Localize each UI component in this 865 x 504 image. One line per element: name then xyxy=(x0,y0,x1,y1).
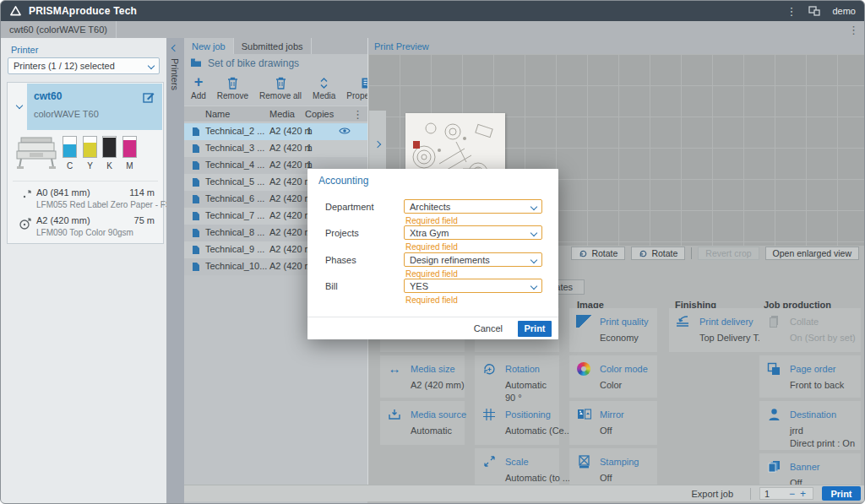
printer-section-label: Printer xyxy=(11,45,38,55)
tile-value: Color xyxy=(600,380,648,390)
column-name[interactable]: Name xyxy=(205,109,230,119)
copies-stepper[interactable]: 1 − + xyxy=(759,487,813,500)
roll-remaining: 114 m xyxy=(129,187,155,198)
session-icon[interactable] xyxy=(808,6,820,16)
tile-scale[interactable]: Scale Automatic (to ... 49.94 % xyxy=(475,448,559,485)
bill-select[interactable]: YES xyxy=(404,279,542,293)
trash-icon xyxy=(227,75,238,89)
tile-banner[interactable]: Banner Off xyxy=(759,453,861,485)
roll-media-name: LFM055 Red Label Zero Paper - FSC xyxy=(36,200,177,209)
ink-magenta xyxy=(122,136,137,158)
tile-collate[interactable]: Collate On (Sort by set) xyxy=(759,308,861,352)
ink-black xyxy=(102,136,117,158)
tile-page-order[interactable]: Page order Front to back xyxy=(759,355,861,398)
minus-button[interactable]: − xyxy=(786,488,797,500)
tile-value: A2 (420 mm) xyxy=(411,380,465,390)
printer-select[interactable]: Printers (1 / 12) selected xyxy=(8,57,160,74)
department-select[interactable]: Architects xyxy=(404,199,542,214)
edit-icon[interactable] xyxy=(143,91,155,103)
tab-new-job[interactable]: New job xyxy=(184,38,234,54)
document-icon xyxy=(192,228,200,238)
print-button[interactable]: Print xyxy=(822,486,861,501)
divider xyxy=(750,488,751,500)
tile-title: Collate xyxy=(790,317,819,327)
remove-button[interactable]: Remove xyxy=(217,75,248,100)
column-copies[interactable]: Copies xyxy=(305,109,334,119)
tile-mirror[interactable]: Mirror Off xyxy=(569,401,657,445)
ink-cyan xyxy=(63,136,77,158)
cancel-button[interactable]: Cancel xyxy=(465,322,511,335)
table-row[interactable]: Technical_2 ... A2 (420 m 1 xyxy=(184,123,367,140)
rotation-icon xyxy=(480,360,498,398)
trash-icon xyxy=(275,75,286,89)
column-media[interactable]: Media xyxy=(269,109,295,119)
roll-remaining: 75 m xyxy=(134,215,155,225)
job-name: Technical_3 ... xyxy=(205,143,264,153)
remove-all-label: Remove all xyxy=(259,91,302,100)
chevron-down-icon xyxy=(530,229,537,236)
revert-crop-label: Revert crop xyxy=(705,248,751,258)
export-job-button[interactable]: Export job xyxy=(683,489,742,499)
open-enlarged-view-button[interactable]: Open enlarged view xyxy=(765,247,859,260)
copies-value[interactable]: 1 xyxy=(764,489,786,499)
projects-select[interactable]: Xtra Gym xyxy=(404,225,542,240)
rotate-button-2[interactable]: Rotate xyxy=(631,247,685,260)
tile-media-source[interactable]: Media source Automatic xyxy=(380,401,465,445)
table-menu-icon[interactable]: ⋮ xyxy=(352,109,363,120)
tab-submitted-jobs[interactable]: Submitted jobs xyxy=(234,38,312,54)
positioning-icon xyxy=(480,406,498,440)
document-icon xyxy=(192,245,200,255)
tabstrip-menu-icon[interactable]: ⋮ xyxy=(848,24,859,35)
tile-value: Off xyxy=(600,425,624,436)
tile-positioning[interactable]: Positioning Automatic (Ce... xyxy=(475,401,559,445)
page-order-icon xyxy=(764,360,783,393)
plus-button[interactable]: + xyxy=(797,488,808,500)
job-name: Technical_5 ... xyxy=(205,176,264,187)
tile-media-size[interactable]: ↔ Media size A2 (420 mm) xyxy=(380,355,465,398)
banner-icon xyxy=(764,458,783,480)
brand-logo-icon xyxy=(9,5,22,17)
expand-preview-strip[interactable] xyxy=(369,111,386,178)
add-label: Add xyxy=(191,91,206,100)
document-icon xyxy=(192,160,200,171)
media-roll-a2[interactable]: A2 (420 mm) 75 m LFM090 Top Color 90gsm xyxy=(13,215,158,241)
job-name: Technical_6 ... xyxy=(205,193,264,203)
print-preview-header: Print Preview xyxy=(367,38,865,54)
phases-label: Phases xyxy=(325,255,356,265)
chevron-down-icon xyxy=(530,256,537,263)
ink-label-k: K xyxy=(102,161,117,171)
media-button[interactable]: Media xyxy=(313,75,335,100)
rotate-button[interactable]: Rotate xyxy=(571,247,625,260)
titlebar-menu-icon[interactable]: ⋮ xyxy=(786,6,797,17)
preview-eye-icon[interactable] xyxy=(339,127,351,135)
tile-title: Print quality xyxy=(600,317,648,327)
user-name[interactable]: demo xyxy=(832,6,856,16)
add-button[interactable]: + Add xyxy=(191,75,206,100)
tile-print-delivery[interactable]: Print delivery Top Delivery T... xyxy=(669,308,760,352)
job-copies: 1 xyxy=(307,143,312,153)
document-icon xyxy=(192,127,200,137)
remove-all-button[interactable]: Remove all xyxy=(259,75,302,100)
revert-crop-button[interactable]: Revert crop xyxy=(698,247,759,260)
media-roll-a0[interactable]: A0 (841 mm) 114 m LFM055 Red Label Zero … xyxy=(13,187,158,213)
printers-collapse-strip[interactable]: Printers xyxy=(166,38,184,504)
tile-rotation[interactable]: Rotation Automatic 90 ° xyxy=(475,355,559,403)
tile-destination[interactable]: Destination jrrd Direct print : On xyxy=(759,401,861,450)
tile-title: Positioning xyxy=(505,409,551,420)
printer-tab[interactable]: cwt60 (colorWAVE T60) xyxy=(1,21,117,38)
tile-color-mode[interactable]: Color mode Color xyxy=(569,355,657,398)
printer-card[interactable]: cwt60 colorWAVE T60 C Y K xyxy=(7,82,164,244)
collapse-chevron-icon[interactable] xyxy=(16,102,23,109)
tile-print-quality[interactable]: Print quality Economy xyxy=(569,308,657,352)
phases-select[interactable]: Design refinements xyxy=(404,252,542,267)
tile-stamping[interactable]: Stamping Off xyxy=(569,448,657,485)
divider xyxy=(691,247,692,259)
table-row[interactable]: Technical_3 ... A2 (420 m 1 xyxy=(184,140,367,157)
open-enlarged-label: Open enlarged view xyxy=(773,248,851,258)
tile-title: Page order xyxy=(790,364,835,374)
tile-title: Color mode xyxy=(600,364,648,374)
dialog-print-button[interactable]: Print xyxy=(518,321,552,337)
collate-icon xyxy=(764,313,783,347)
tile-title: Mirror xyxy=(600,409,624,420)
collapse-left-icon[interactable] xyxy=(171,45,178,51)
